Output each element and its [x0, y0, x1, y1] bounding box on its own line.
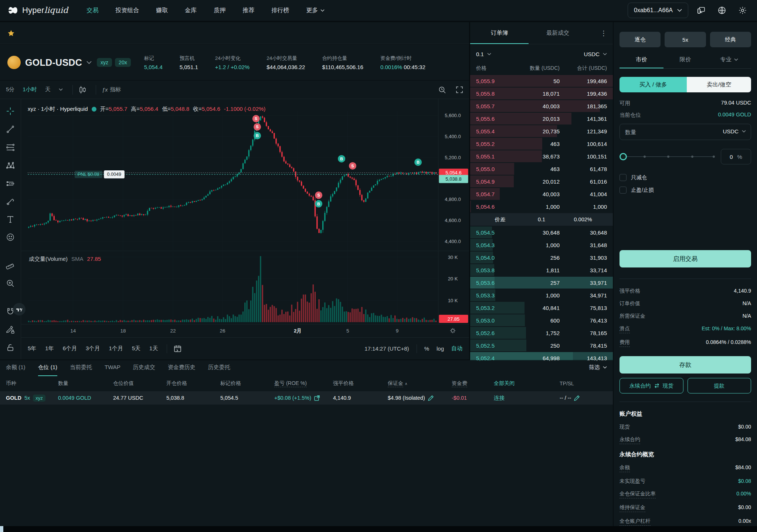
nav-item-交易[interactable]: 交易 — [86, 7, 98, 14]
auto-scale-button[interactable]: 自动 — [451, 345, 462, 352]
kebab-menu-icon[interactable]: ⋮ — [600, 29, 608, 37]
bid-row[interactable]: 5,054.3 1,00031,648 — [470, 239, 613, 251]
bid-row[interactable]: 5,053.2 40,84175,813 — [470, 301, 613, 314]
tab-历史委托[interactable]: 历史委托 — [208, 364, 230, 375]
cell-tpsl[interactable]: -- / -- — [560, 395, 615, 401]
filter-button[interactable]: 筛选 — [589, 364, 607, 371]
close-all-link[interactable]: 连接 — [494, 395, 560, 402]
nav-item-质押[interactable]: 质押 — [214, 7, 225, 14]
projection-icon[interactable] — [6, 180, 14, 188]
ruler-icon[interactable] — [6, 261, 15, 269]
reduce-only-checkbox[interactable]: 只减仓 — [619, 174, 751, 181]
tradingview-logo-icon[interactable] — [13, 303, 26, 316]
emoji-icon[interactable] — [6, 233, 14, 241]
checkbox-icon[interactable] — [619, 174, 627, 181]
buy-long-button[interactable]: 买入 / 做多 — [619, 77, 687, 92]
margin-mode-button[interactable]: 逐仓 — [619, 32, 661, 47]
deposit-button[interactable]: 存款 — [619, 356, 751, 374]
ask-row[interactable]: 5,054.7 40,00341,004 — [470, 188, 613, 200]
nav-item-投资组合[interactable]: 投资组合 — [115, 7, 139, 14]
ask-row[interactable]: 5,055.8 18,071199,436 — [470, 87, 613, 100]
withdraw-button[interactable]: 提款 — [688, 378, 751, 393]
ui-mode-button[interactable]: 经典 — [710, 32, 751, 47]
tab-TWAP[interactable]: TWAP — [105, 364, 120, 375]
range-1个月[interactable]: 1个月 — [109, 345, 123, 352]
ask-row[interactable]: 5,055.2 463100,614 — [470, 137, 613, 150]
zoom-in-icon[interactable] — [6, 279, 14, 287]
draw-lock-icon[interactable] — [6, 325, 15, 334]
fib-retracement-icon[interactable] — [6, 143, 14, 151]
xabcd-pattern-icon[interactable] — [6, 161, 14, 170]
nav-item-赚取[interactable]: 赚取 — [156, 7, 168, 14]
bid-row[interactable]: 5,053.6 25733,971 — [470, 276, 613, 289]
candle-style-icon[interactable] — [79, 86, 86, 94]
currency-select[interactable]: USDC — [584, 51, 607, 57]
nav-item-排行榜[interactable]: 排行榜 — [271, 7, 289, 14]
goto-date-icon[interactable] — [174, 345, 181, 352]
ask-row[interactable]: 5,055.9 50199,486 — [470, 75, 613, 87]
pnl-marker[interactable]: PNL $0.08 0.0049 — [75, 170, 125, 178]
text-icon[interactable] — [7, 216, 14, 223]
size-currency-select[interactable]: USDC — [723, 128, 746, 134]
ask-row[interactable]: 5,054.9 20,01261,016 — [470, 175, 613, 188]
brand[interactable]: Hyperliquid — [7, 5, 68, 16]
bid-row[interactable]: 5,053.3 1,00034,971 — [470, 289, 613, 301]
range-3个月[interactable]: 3个月 — [86, 345, 100, 352]
crosshair-icon[interactable] — [6, 107, 14, 115]
transfer-button[interactable]: 永续合约 现货 — [619, 378, 683, 393]
ask-row[interactable]: 5,054.6 1,0001,000 — [470, 200, 613, 213]
chevron-down-icon[interactable] — [86, 61, 92, 64]
interval-chevron-down-icon[interactable] — [59, 88, 63, 91]
wallet-button[interactable]: 0xab61...A66A — [628, 3, 688, 18]
tab-limit[interactable]: 限价 — [663, 51, 707, 68]
star-icon[interactable] — [7, 30, 15, 37]
slider-knob[interactable] — [619, 153, 627, 160]
tab-余额 (1)[interactable]: 余额 (1) — [6, 364, 26, 375]
price-chart[interactable]: SSBSBBSB5,600.05,400.05,200.04,800.04,60… — [21, 99, 469, 337]
globe-icon[interactable] — [714, 3, 730, 18]
bid-row[interactable]: 5,054.0 25631,903 — [470, 251, 613, 264]
bar-replay-icon[interactable] — [438, 86, 446, 94]
checkbox-icon[interactable] — [619, 187, 627, 194]
nav-item-推荐[interactable]: 推荐 — [242, 7, 254, 14]
series-visibility-dot-icon[interactable] — [92, 107, 96, 112]
precision-select[interactable]: 0.1 — [476, 51, 491, 57]
tpsl-checkbox[interactable]: 止盈/止损 — [619, 187, 751, 194]
range-6个月[interactable]: 6个月 — [63, 345, 77, 352]
range-5天[interactable]: 5天 — [132, 345, 140, 352]
interval-1h[interactable]: 1小时 — [23, 86, 37, 93]
ask-row[interactable]: 5,055.1 38,673100,151 — [470, 150, 613, 163]
range-5年[interactable]: 5年 — [28, 345, 36, 352]
ask-row[interactable]: 5,055.6 20,013141,361 — [470, 112, 613, 125]
bid-row[interactable]: 5,053.0 60076,413 — [470, 314, 613, 327]
col-保证金[interactable]: 保证金 ∧ — [388, 380, 452, 387]
log-scale-button[interactable]: log — [437, 345, 444, 352]
range-1年[interactable]: 1年 — [45, 345, 54, 352]
position-row[interactable]: GOLD5xxyz0.0049 GOLD24.77 USDC5,038.85,0… — [0, 391, 613, 405]
enable-trading-button[interactable]: 启用交易 — [619, 250, 751, 267]
tab-仓位 (1)[interactable]: 仓位 (1) — [38, 364, 58, 376]
ask-row[interactable]: 5,055.7 40,003181,365 — [470, 100, 613, 112]
bid-row[interactable]: 5,052.6 1,75278,165 — [470, 327, 613, 339]
trend-line-icon[interactable] — [6, 125, 14, 133]
bid-row[interactable]: 5,054.5 30,64830,648 — [470, 226, 613, 239]
tab-资金费历史[interactable]: 资金费历史 — [168, 364, 196, 375]
clock-label[interactable]: 17:14:27 (UTC+8) — [364, 345, 409, 352]
fullscreen-icon[interactable] — [456, 86, 463, 93]
settings-gear-icon[interactable] — [735, 3, 750, 18]
nav-item-更多[interactable]: 更多 — [306, 7, 325, 14]
tab-当前委托[interactable]: 当前委托 — [70, 364, 92, 375]
size-slider[interactable] — [619, 153, 715, 160]
brush-icon[interactable] — [6, 198, 14, 206]
size-percent-box[interactable]: 0 % — [721, 149, 751, 164]
indicators-button[interactable]: ƒx指标 — [102, 86, 121, 93]
sell-short-button[interactable]: 卖出/做空 — [687, 77, 751, 92]
bid-row[interactable]: 5,053.8 1,81133,714 — [470, 264, 613, 276]
cell-pnl[interactable]: +$0.08 (+1.5%) — [274, 395, 333, 401]
cell-margin[interactable]: $4.98 (Isolated) — [388, 395, 452, 401]
tab-recent-trades[interactable]: 最新成交 — [529, 22, 587, 44]
tab-历史成交[interactable]: 历史成交 — [133, 364, 155, 375]
ask-row[interactable]: 5,055.0 46361,478 — [470, 163, 613, 175]
range-1天[interactable]: 1天 — [149, 345, 158, 352]
col-盈亏 (ROE %)[interactable]: 盈亏 (ROE %) — [274, 380, 333, 387]
